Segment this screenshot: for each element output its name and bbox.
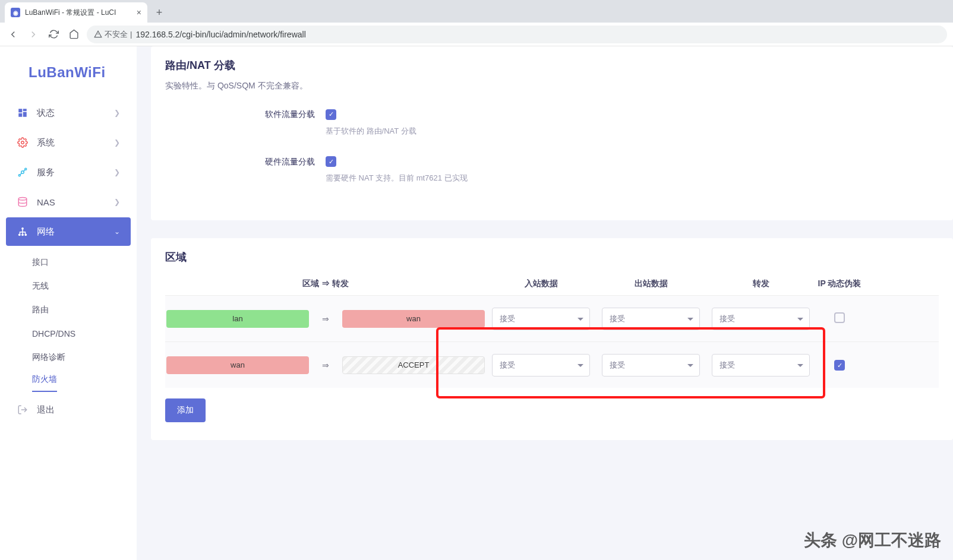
header-masq: IP 动态伪装 xyxy=(816,279,863,289)
input-select-wrap: 接受 xyxy=(492,308,590,330)
svg-point-8 xyxy=(18,198,27,201)
output-select[interactable]: 接受 xyxy=(602,308,700,330)
svg-point-11 xyxy=(21,233,24,236)
main-content: 路由/NAT 分载 实验特性。与 QoS/SQM 不完全兼容。 软件流量分载 ✓… xyxy=(137,46,953,560)
offload-title: 路由/NAT 分载 xyxy=(165,58,939,72)
submenu-routes[interactable]: 路由 xyxy=(32,298,137,322)
forward-select-wrap: 接受 xyxy=(712,354,810,377)
masq-cell: ✓ xyxy=(816,359,863,371)
hw-offload-help: 需要硬件 NAT 支持。目前 mt7621 已实现 xyxy=(326,173,939,183)
chevron-right-icon: ❯ xyxy=(114,168,120,176)
forward-select[interactable]: 接受 xyxy=(712,308,810,330)
menu-label: 网络 xyxy=(37,226,55,238)
submenu-dhcpdns[interactable]: DHCP/DNS xyxy=(32,322,137,346)
input-select[interactable]: 接受 xyxy=(492,308,590,330)
forward-select-wrap: 接受 xyxy=(712,308,810,330)
network-icon xyxy=(17,226,29,238)
svg-rect-2 xyxy=(23,112,27,117)
masq-checkbox[interactable] xyxy=(834,312,845,323)
insecure-label: 不安全 xyxy=(105,29,128,40)
output-select[interactable]: 接受 xyxy=(602,354,700,377)
zone-rows: lan⇒wan接受接受接受wan⇒ACCEPT接受接受接受✓ xyxy=(165,295,939,388)
svg-rect-0 xyxy=(18,109,22,112)
header-input: 入站数据 xyxy=(486,279,596,289)
sidebar-item-network[interactable]: 网络 ⌄ xyxy=(6,217,131,246)
output-select-wrap: 接受 xyxy=(602,308,700,330)
hw-offload-label: 硬件流量分载 xyxy=(165,156,326,167)
logout-icon xyxy=(17,404,29,416)
menu-label: 系统 xyxy=(37,137,55,148)
browser-tab[interactable]: ◉ LuBanWiFi - 常规设置 - LuCI × xyxy=(5,2,147,23)
chevron-right-icon: ❯ xyxy=(114,109,120,117)
browser-chrome: ◉ LuBanWiFi - 常规设置 - LuCI × + 不安全 | 192.… xyxy=(0,0,953,46)
zone-table-header: 区域 ⇒ 转发 入站数据 出站数据 转发 IP 动态伪装 xyxy=(165,273,939,295)
add-zone-button[interactable]: 添加 xyxy=(165,398,206,422)
dashboard-icon xyxy=(17,107,29,119)
menu-label: 服务 xyxy=(37,167,55,178)
submenu-diagnostics[interactable]: 网络诊断 xyxy=(32,346,137,369)
header-output: 出站数据 xyxy=(596,279,706,289)
address-row: 不安全 | 192.168.5.2/cgi-bin/luci/admin/net… xyxy=(0,23,953,46)
tab-title: LuBanWiFi - 常规设置 - LuCI xyxy=(25,8,116,18)
zone-cell: wan⇒ACCEPT xyxy=(165,356,486,374)
network-submenu: 接口 无线 路由 DHCP/DNS 网络诊断 防火墙 xyxy=(0,251,137,392)
zones-title: 区域 xyxy=(165,250,939,264)
arrow-icon: ⇒ xyxy=(322,360,329,370)
insecure-icon: 不安全 | xyxy=(94,29,132,40)
forward-select[interactable]: 接受 xyxy=(712,354,810,377)
svg-point-4 xyxy=(21,141,24,144)
chevron-right-icon: ❯ xyxy=(114,198,120,206)
reload-button[interactable] xyxy=(46,27,61,42)
arrow-icon: ⇒ xyxy=(322,314,329,324)
url-text: 192.168.5.2/cgi-bin/luci/admin/network/f… xyxy=(135,30,305,39)
offload-desc: 实验特性。与 QoS/SQM 不完全兼容。 xyxy=(165,81,939,91)
sidebar-item-nas[interactable]: NAS ❯ xyxy=(6,188,131,216)
new-tab-button[interactable]: + xyxy=(151,4,168,21)
address-bar[interactable]: 不安全 | 192.168.5.2/cgi-bin/luci/admin/net… xyxy=(87,26,947,43)
sidebar-item-system[interactable]: 系统 ❯ xyxy=(6,128,131,157)
svg-rect-3 xyxy=(18,113,22,117)
services-icon xyxy=(17,166,29,178)
submenu-firewall[interactable]: 防火墙 xyxy=(32,369,57,392)
zones-panel: 区域 区域 ⇒ 转发 入站数据 出站数据 转发 IP 动态伪装 lan⇒wan接… xyxy=(151,238,953,440)
zone-row: lan⇒wan接受接受接受 xyxy=(165,295,939,341)
favicon-icon: ◉ xyxy=(11,8,20,17)
output-select-wrap: 接受 xyxy=(602,354,700,377)
header-zone-forward: 区域 ⇒ 转发 xyxy=(165,279,486,289)
hw-offload-row: 硬件流量分载 ✓ 需要硬件 NAT 支持。目前 mt7621 已实现 xyxy=(165,156,939,197)
input-select[interactable]: 接受 xyxy=(492,354,590,377)
forward-button[interactable] xyxy=(26,27,40,42)
masq-cell xyxy=(816,312,863,325)
zone-from-badge[interactable]: wan xyxy=(166,356,309,374)
zone-from-badge[interactable]: lan xyxy=(166,310,309,328)
masq-checkbox[interactable]: ✓ xyxy=(834,360,845,371)
main-menu: 状态 ❯ 系统 ❯ 服务 ❯ NAS xyxy=(0,95,137,251)
gear-icon xyxy=(17,137,29,148)
logout-menu: 退出 xyxy=(0,392,137,429)
sw-offload-help: 基于软件的 路由/NAT 分载 xyxy=(326,126,939,137)
zone-cell: lan⇒wan xyxy=(165,310,486,328)
sidebar-item-services[interactable]: 服务 ❯ xyxy=(6,158,131,186)
close-icon[interactable]: × xyxy=(137,8,141,17)
sidebar-item-status[interactable]: 状态 ❯ xyxy=(6,99,131,127)
hw-offload-checkbox[interactable]: ✓ xyxy=(326,156,336,167)
submenu-wireless[interactable]: 无线 xyxy=(32,274,137,298)
zone-to-badge[interactable]: wan xyxy=(342,310,485,328)
sw-offload-label: 软件流量分载 xyxy=(165,108,326,120)
home-button[interactable] xyxy=(67,27,81,42)
sw-offload-checkbox[interactable]: ✓ xyxy=(326,109,336,120)
zone-row: wan⇒ACCEPT接受接受接受✓ xyxy=(165,341,939,388)
chevron-right-icon: ❯ xyxy=(114,138,120,147)
zone-to-badge[interactable]: ACCEPT xyxy=(342,356,485,374)
nas-icon xyxy=(17,196,29,208)
sidebar: LuBanWiFi 状态 ❯ 系统 ❯ 服务 ❯ xyxy=(0,46,137,560)
back-button[interactable] xyxy=(6,27,20,42)
menu-label: NAS xyxy=(37,197,55,207)
chevron-down-icon: ⌄ xyxy=(114,227,120,236)
sidebar-item-logout[interactable]: 退出 xyxy=(6,396,131,424)
logo: LuBanWiFi xyxy=(0,57,137,95)
menu-label: 退出 xyxy=(37,404,55,416)
svg-point-10 xyxy=(18,233,21,236)
input-select-wrap: 接受 xyxy=(492,354,590,377)
submenu-interfaces[interactable]: 接口 xyxy=(32,251,137,274)
